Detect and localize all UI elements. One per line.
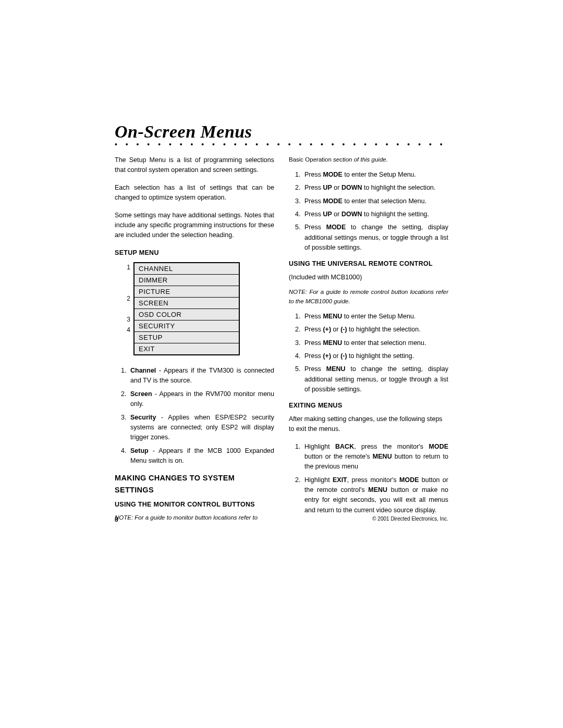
menu-row: SETUP xyxy=(134,332,239,343)
step-item: Press UP or DOWN to highlight the settin… xyxy=(302,209,448,219)
menu-row: SECURITY xyxy=(134,320,239,332)
exiting-heading: EXITING MENUS xyxy=(289,401,448,411)
exiting-intro: After making setting changes, use the fo… xyxy=(289,414,448,435)
exit-steps-list: Highlight BACK, press the monitor's MODE… xyxy=(289,442,448,516)
intro-para-3: Some settings may have additional settin… xyxy=(115,211,274,241)
right-column: Basic Operation section of this guide. P… xyxy=(289,155,448,528)
page-title: On-Screen Menus xyxy=(115,122,252,141)
menu-row: OSD COLOR xyxy=(134,309,239,320)
menu-row: DIMMER xyxy=(134,275,239,286)
step-item: Press MODE to enter that selection Menu. xyxy=(302,196,448,206)
step-item: Press MODE to change the setting, displa… xyxy=(302,223,448,253)
columns: The Setup Menu is a list of programming … xyxy=(115,155,448,528)
step-item: Press UP or DOWN to highlight the select… xyxy=(302,183,448,193)
menu-row: SCREEN xyxy=(134,298,239,309)
menu-row: EXIT xyxy=(134,343,239,354)
left-column: The Setup Menu is a list of programming … xyxy=(115,155,274,528)
step-item: Press (+) or (-) to highlight the settin… xyxy=(302,351,448,361)
menu-note-item: Screen - Appears in the RVM700 monitor m… xyxy=(128,389,274,410)
step-item: Press MENU to change the setting, displa… xyxy=(302,364,448,394)
note-continued: Basic Operation section of this guide. xyxy=(289,155,448,165)
step-item: Highlight EXIT, press monitor's MODE but… xyxy=(302,475,448,516)
menu-row: PICTURE xyxy=(134,286,239,298)
step-item: Press MODE to enter the Setup Menu. xyxy=(302,170,448,180)
title-row: On-Screen Menus xyxy=(115,122,448,142)
menu-notes-list: Channel - Appears if the TVM300 is conne… xyxy=(115,366,274,466)
copyright: © 2001 Directed Electronics, Inc. xyxy=(372,516,448,523)
setup-menu-heading: SETUP MENU xyxy=(115,248,274,258)
step-item: Highlight BACK, press the monitor's MODE… xyxy=(302,442,448,472)
menu-note-item: Security - Applies when ESP/ESP2 securit… xyxy=(128,413,274,443)
included-note: (Included with MCB1000) xyxy=(289,273,448,282)
using-remote-heading: USING THE UNIVERSAL REMOTE CONTROL xyxy=(289,259,448,269)
intro-para-1: The Setup Menu is a list of programming … xyxy=(115,155,274,176)
remote-steps-list: Press MENU to enter the Setup Menu.Press… xyxy=(289,312,448,395)
step-item: Press MENU to enter the Setup Menu. xyxy=(302,312,448,322)
setup-menu-diagram: 1234 CHANNELDIMMERPICTURESCREENOSD COLOR… xyxy=(124,262,274,355)
menu-note-item: Channel - Appears if the TVM300 is conne… xyxy=(128,366,274,386)
title-dots: • • • • • • • • • • • • • • • • • • • • … xyxy=(115,143,448,146)
menu-table: CHANNELDIMMERPICTURESCREENOSD COLORSECUR… xyxy=(133,262,240,355)
remote-note: NOTE: For a guide to remote control butt… xyxy=(289,288,448,306)
monitor-steps-list: Press MODE to enter the Setup Menu.Press… xyxy=(289,170,448,253)
page-content: On-Screen Menus • • • • • • • • • • • • … xyxy=(115,122,448,528)
page-number: 8 xyxy=(115,516,118,523)
menu-row: CHANNEL xyxy=(134,263,239,275)
menu-row-numbers: 1234 xyxy=(124,262,130,355)
menu-note-item: Setup - Appears if the MCB 1000 Expanded… xyxy=(128,446,274,466)
step-item: Press (+) or (-) to highlight the select… xyxy=(302,325,448,335)
page-footer: 8 © 2001 Directed Electronics, Inc. xyxy=(115,516,448,523)
making-changes-heading: MAKING CHANGES TO SYSTEM SETTINGS xyxy=(115,472,274,496)
step-item: Press MENU to enter that selection menu. xyxy=(302,338,448,348)
using-monitor-heading: USING THE MONITOR CONTROL BUTTONS xyxy=(115,500,274,510)
intro-para-2: Each selection has a list of settings th… xyxy=(115,183,274,203)
